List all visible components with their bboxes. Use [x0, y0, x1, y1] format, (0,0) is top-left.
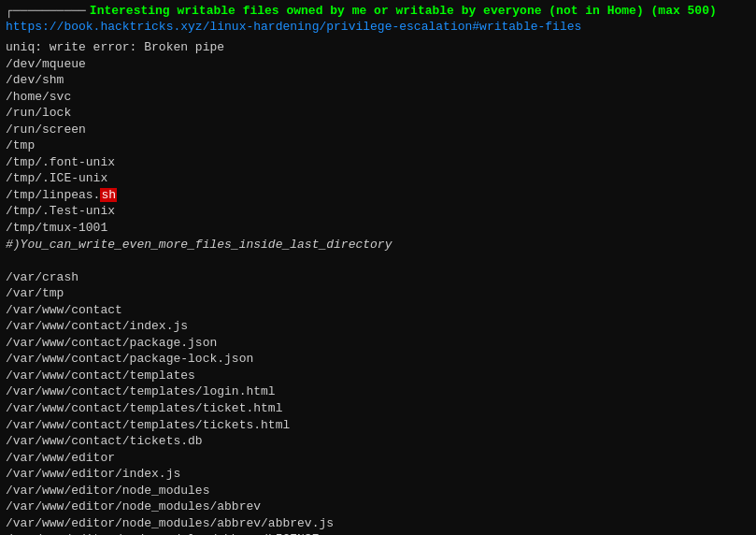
line-13: /var/tmp	[6, 285, 750, 302]
line-23: /var/www/editor	[6, 450, 750, 467]
line-21: /var/www/contact/templates/tickets.html	[6, 417, 750, 434]
line-14: /var/www/contact	[6, 302, 750, 319]
line-7: /tmp	[6, 137, 750, 154]
line-10: /tmp/.Test-unix	[6, 203, 750, 220]
box-char: ┌──────────	[6, 4, 86, 18]
line-5: /run/lock	[6, 105, 750, 122]
line-24: /var/www/editor/index.js	[6, 466, 750, 483]
line-2: /dev/mqueue	[6, 56, 750, 73]
url-line[interactable]: https://book.hacktricks.xyz/linux-harden…	[6, 20, 750, 34]
line-17: /var/www/contact/package-lock.json	[6, 351, 750, 368]
line-11: /tmp/tmux-1001	[6, 220, 750, 237]
line-6: /run/screen	[6, 122, 750, 138]
line-20: /var/www/contact/templates/ticket.html	[6, 400, 750, 417]
line-26: /var/www/editor/node_modules/abbrev	[6, 499, 750, 515]
line-19: /var/www/contact/templates/login.html	[6, 383, 750, 400]
line-4: /home/svc	[6, 89, 750, 106]
terminal-window: ┌────────── Interesting writable files o…	[0, 0, 756, 535]
line-9: /tmp/.ICE-unix	[6, 170, 750, 187]
line-linpeas: /tmp/linpeas.sh	[6, 187, 750, 204]
line-3: /dev/shm	[6, 72, 750, 89]
line-12: /var/crash	[6, 269, 750, 286]
line-22: /var/www/contact/tickets.db	[6, 433, 750, 450]
line-1: uniq: write error: Broken pipe	[6, 39, 750, 56]
line-25: /var/www/editor/node_modules	[6, 483, 750, 499]
line-18: /var/www/contact/templates	[6, 368, 750, 384]
url-text[interactable]: https://book.hacktricks.xyz/linux-harden…	[6, 20, 581, 34]
line-comment: #)You_can_write_even_more_files_inside_l…	[6, 237, 750, 253]
sh-highlight: sh	[100, 188, 117, 202]
line-27: /var/www/editor/node_modules/abbrev/abbr…	[6, 515, 750, 532]
line-15: /var/www/contact/index.js	[6, 318, 750, 335]
header-title: Interesting writable files owned by me o…	[90, 4, 717, 18]
line-8: /tmp/.font-unix	[6, 154, 750, 171]
line-28: /var/www/editor/node_modules/abbrev/LICE…	[6, 531, 750, 535]
line-16: /var/www/contact/package.json	[6, 335, 750, 352]
line-blank	[6, 253, 750, 269]
header-line: ┌────────── Interesting writable files o…	[6, 4, 750, 18]
